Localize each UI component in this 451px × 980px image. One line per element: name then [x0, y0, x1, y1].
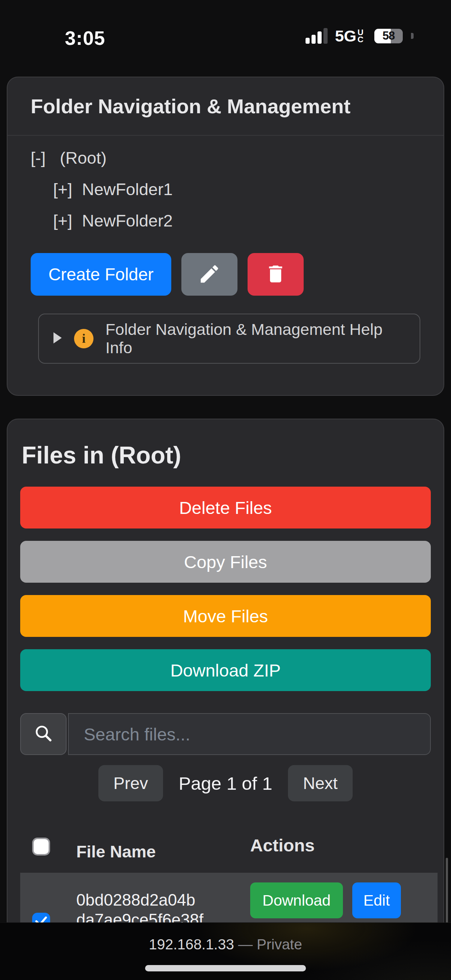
help-label: Folder Navigation & Management Help Info: [105, 320, 405, 357]
search-bar: [20, 713, 431, 755]
next-page-button[interactable]: Next: [288, 765, 353, 801]
iphone-screen: 3:05 5GUC 58 Folder Navigation & Managem…: [0, 0, 451, 980]
battery-cap: [411, 33, 414, 39]
folder-tree: [-] (Root) [+] NewFolder1 [+] NewFolder2: [31, 147, 420, 232]
edit-file-button[interactable]: Edit: [352, 883, 401, 918]
page-indicator: Page 1 of 1: [179, 773, 273, 794]
network-type-label: 5GUC: [335, 28, 367, 44]
folder-management-card: Folder Navigation & Management [-] (Root…: [7, 76, 444, 396]
delete-folder-button[interactable]: [247, 253, 304, 296]
file-name-header: File Name: [76, 842, 218, 862]
files-card-title: Files in (Root): [22, 441, 431, 469]
rename-folder-button[interactable]: [182, 253, 237, 296]
search-input[interactable]: [68, 713, 431, 755]
address-bar[interactable]: 192.168.1.33 — Private: [0, 936, 451, 953]
disclosure-triangle-icon[interactable]: [53, 332, 62, 345]
tree-item-newfolder2[interactable]: [+] NewFolder2: [53, 210, 420, 232]
status-time: 3:05: [56, 27, 114, 49]
tree-item-label: NewFolder2: [82, 211, 173, 231]
battery-icon: 58: [375, 29, 403, 43]
pencil-icon: [198, 262, 221, 287]
delete-files-button[interactable]: Delete Files: [20, 487, 431, 528]
private-mode-label: — Private: [238, 936, 302, 952]
folder-card-title: Folder Navigation & Management: [31, 92, 420, 120]
download-zip-button[interactable]: Download ZIP: [20, 649, 431, 691]
tree-item-root[interactable]: [-] (Root): [31, 147, 420, 169]
trash-icon: [265, 263, 287, 286]
prev-page-button[interactable]: Prev: [98, 765, 163, 801]
collapse-toggle-icon[interactable]: [-]: [31, 148, 46, 168]
safari-bottom-bar: 192.168.1.33 — Private: [0, 923, 451, 980]
tree-item-label: (Root): [60, 148, 107, 168]
home-indicator[interactable]: [145, 965, 306, 971]
tree-item-newfolder1[interactable]: [+] NewFolder1: [53, 178, 420, 201]
move-files-button[interactable]: Move Files: [20, 595, 431, 637]
create-folder-button[interactable]: Create Folder: [31, 253, 171, 296]
help-disclosure[interactable]: i Folder Navigation & Management Help In…: [38, 313, 420, 364]
table-header: File Name Actions: [20, 838, 431, 856]
select-all-checkbox[interactable]: [32, 838, 50, 856]
copy-files-button[interactable]: Copy Files: [20, 541, 431, 583]
actions-header: Actions: [250, 835, 314, 856]
url-host: 192.168.1.33: [149, 936, 234, 952]
info-icon: i: [74, 329, 94, 348]
pagination: Prev Page 1 of 1 Next: [20, 765, 431, 801]
expand-toggle-icon[interactable]: [+]: [53, 211, 72, 231]
status-bar: 3:05 5GUC 58: [0, 0, 451, 62]
search-button[interactable]: [20, 713, 67, 755]
cellular-signal-icon: [306, 28, 328, 44]
download-file-button[interactable]: Download: [250, 883, 343, 918]
scrollbar-thumb[interactable]: [446, 858, 448, 927]
files-card: Files in (Root) Delete Files Copy Files …: [7, 418, 444, 968]
tree-item-label: NewFolder1: [82, 180, 173, 199]
expand-toggle-icon[interactable]: [+]: [53, 180, 72, 199]
battery-percent: 58: [375, 29, 403, 43]
search-icon: [33, 723, 54, 745]
